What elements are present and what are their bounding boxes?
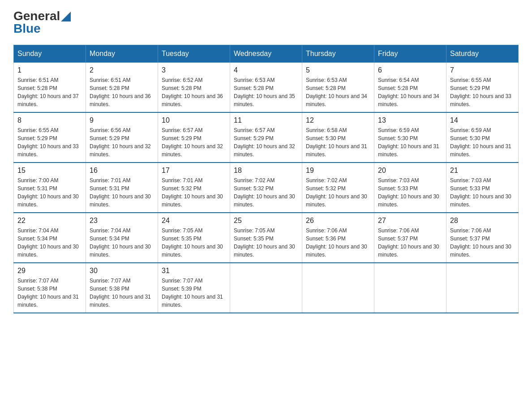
- day-cell-20: 20 Sunrise: 7:03 AM Sunset: 5:33 PM Dayl…: [374, 163, 446, 213]
- day-info: Sunrise: 6:55 AM Sunset: 5:29 PM Dayligh…: [450, 76, 515, 108]
- sunset-label: Sunset: 5:28 PM: [234, 85, 274, 91]
- day-number: 31: [162, 267, 226, 275]
- day-info: Sunrise: 7:07 AM Sunset: 5:38 PM Dayligh…: [17, 277, 82, 309]
- daylight-label: Daylight: 10 hours and 32 minutes.: [162, 143, 223, 158]
- day-cell-14: 14 Sunrise: 6:59 AM Sunset: 5:30 PM Dayl…: [446, 112, 519, 163]
- sunrise-label: Sunrise: 7:04 AM: [90, 227, 130, 234]
- sunrise-label: Sunrise: 7:00 AM: [17, 177, 58, 184]
- sunrise-label: Sunrise: 7:06 AM: [306, 227, 347, 234]
- weekday-header-saturday: Saturday: [446, 45, 519, 63]
- sunrise-label: Sunrise: 7:01 AM: [162, 177, 202, 184]
- sunset-label: Sunset: 5:38 PM: [17, 286, 57, 292]
- day-cell-26: 26 Sunrise: 7:06 AM Sunset: 5:36 PM Dayl…: [302, 213, 374, 263]
- sunset-label: Sunset: 5:31 PM: [17, 185, 57, 192]
- day-number: 28: [450, 217, 515, 225]
- daylight-label: Daylight: 10 hours and 31 minutes.: [162, 294, 223, 308]
- logo-blue-text: Blue: [13, 21, 41, 36]
- day-cell-18: 18 Sunrise: 7:02 AM Sunset: 5:32 PM Dayl…: [230, 163, 302, 213]
- sunset-label: Sunset: 5:28 PM: [162, 85, 202, 91]
- empty-cell: [302, 263, 374, 313]
- sunrise-label: Sunrise: 6:52 AM: [162, 77, 202, 83]
- sunrise-label: Sunrise: 6:57 AM: [162, 127, 202, 133]
- sunrise-label: Sunrise: 6:59 AM: [450, 127, 491, 133]
- sunrise-label: Sunrise: 7:04 AM: [17, 227, 58, 234]
- day-cell-27: 27 Sunrise: 7:06 AM Sunset: 5:37 PM Dayl…: [374, 213, 446, 263]
- sunset-label: Sunset: 5:33 PM: [450, 185, 490, 192]
- day-cell-1: 1 Sunrise: 6:51 AM Sunset: 5:28 PM Dayli…: [14, 63, 86, 113]
- day-info: Sunrise: 7:06 AM Sunset: 5:36 PM Dayligh…: [306, 227, 370, 259]
- daylight-label: Daylight: 10 hours and 30 minutes.: [17, 193, 79, 208]
- logo: General Blue: [13, 9, 71, 36]
- day-info: Sunrise: 6:57 AM Sunset: 5:29 PM Dayligh…: [234, 126, 298, 158]
- day-info: Sunrise: 6:59 AM Sunset: 5:30 PM Dayligh…: [450, 126, 515, 158]
- day-cell-22: 22 Sunrise: 7:04 AM Sunset: 5:34 PM Dayl…: [14, 213, 86, 263]
- sunset-label: Sunset: 5:34 PM: [17, 235, 57, 242]
- day-number: 22: [17, 217, 82, 225]
- sunset-label: Sunset: 5:32 PM: [306, 185, 346, 192]
- empty-cell: [446, 263, 519, 313]
- daylight-label: Daylight: 10 hours and 32 minutes.: [234, 143, 295, 158]
- day-number: 26: [306, 217, 370, 225]
- day-info: Sunrise: 7:04 AM Sunset: 5:34 PM Dayligh…: [17, 227, 82, 259]
- daylight-label: Daylight: 10 hours and 30 minutes.: [90, 193, 151, 208]
- day-cell-8: 8 Sunrise: 6:55 AM Sunset: 5:29 PM Dayli…: [14, 112, 86, 163]
- sunrise-label: Sunrise: 6:58 AM: [306, 127, 347, 133]
- sunrise-label: Sunrise: 7:05 AM: [234, 227, 275, 234]
- day-info: Sunrise: 7:02 AM Sunset: 5:32 PM Dayligh…: [306, 176, 370, 209]
- sunset-label: Sunset: 5:31 PM: [90, 185, 129, 192]
- sunset-label: Sunset: 5:30 PM: [450, 135, 490, 141]
- sunrise-label: Sunrise: 6:53 AM: [234, 77, 275, 83]
- day-cell-30: 30 Sunrise: 7:07 AM Sunset: 5:38 PM Dayl…: [86, 263, 158, 313]
- sunrise-label: Sunrise: 6:59 AM: [378, 127, 419, 133]
- sunrise-label: Sunrise: 6:57 AM: [234, 127, 275, 133]
- day-cell-3: 3 Sunrise: 6:52 AM Sunset: 5:28 PM Dayli…: [158, 63, 230, 113]
- sunset-label: Sunset: 5:29 PM: [162, 135, 202, 141]
- daylight-label: Daylight: 10 hours and 30 minutes.: [17, 244, 79, 258]
- day-cell-2: 2 Sunrise: 6:51 AM Sunset: 5:28 PM Dayli…: [86, 63, 158, 113]
- sunrise-label: Sunrise: 7:02 AM: [306, 177, 347, 184]
- daylight-label: Daylight: 10 hours and 30 minutes.: [450, 193, 511, 208]
- sunset-label: Sunset: 5:28 PM: [90, 85, 129, 91]
- weekday-header-tuesday: Tuesday: [158, 45, 230, 63]
- daylight-label: Daylight: 10 hours and 36 minutes.: [162, 93, 223, 107]
- daylight-label: Daylight: 10 hours and 30 minutes.: [378, 244, 439, 258]
- day-cell-9: 9 Sunrise: 6:56 AM Sunset: 5:29 PM Dayli…: [86, 112, 158, 163]
- week-row-2: 8 Sunrise: 6:55 AM Sunset: 5:29 PM Dayli…: [14, 112, 519, 163]
- day-cell-15: 15 Sunrise: 7:00 AM Sunset: 5:31 PM Dayl…: [14, 163, 86, 213]
- week-row-3: 15 Sunrise: 7:00 AM Sunset: 5:31 PM Dayl…: [14, 163, 519, 213]
- sunset-label: Sunset: 5:33 PM: [378, 185, 418, 192]
- weekday-header-wednesday: Wednesday: [230, 45, 302, 63]
- day-info: Sunrise: 6:51 AM Sunset: 5:28 PM Dayligh…: [17, 76, 82, 108]
- sunset-label: Sunset: 5:35 PM: [234, 235, 274, 242]
- sunset-label: Sunset: 5:38 PM: [90, 286, 129, 292]
- day-number: 1: [17, 66, 82, 74]
- sunrise-label: Sunrise: 6:51 AM: [17, 77, 58, 83]
- daylight-label: Daylight: 10 hours and 30 minutes.: [162, 193, 223, 208]
- sunset-label: Sunset: 5:37 PM: [378, 235, 418, 242]
- day-cell-4: 4 Sunrise: 6:53 AM Sunset: 5:28 PM Dayli…: [230, 63, 302, 113]
- sunrise-label: Sunrise: 7:03 AM: [378, 177, 419, 184]
- sunrise-label: Sunrise: 7:03 AM: [450, 177, 491, 184]
- day-number: 25: [234, 217, 298, 225]
- week-row-4: 22 Sunrise: 7:04 AM Sunset: 5:34 PM Dayl…: [14, 213, 519, 263]
- daylight-label: Daylight: 10 hours and 31 minutes.: [306, 143, 367, 158]
- empty-cell: [374, 263, 446, 313]
- day-info: Sunrise: 6:52 AM Sunset: 5:28 PM Dayligh…: [162, 76, 226, 108]
- weekday-header-row: SundayMondayTuesdayWednesdayThursdayFrid…: [14, 45, 519, 63]
- day-number: 14: [450, 116, 515, 124]
- sunset-label: Sunset: 5:32 PM: [162, 185, 202, 192]
- day-cell-12: 12 Sunrise: 6:58 AM Sunset: 5:30 PM Dayl…: [302, 112, 374, 163]
- day-cell-25: 25 Sunrise: 7:05 AM Sunset: 5:35 PM Dayl…: [230, 213, 302, 263]
- day-number: 3: [162, 66, 226, 74]
- day-cell-7: 7 Sunrise: 6:55 AM Sunset: 5:29 PM Dayli…: [446, 63, 519, 113]
- day-number: 7: [450, 66, 515, 74]
- sunset-label: Sunset: 5:29 PM: [450, 85, 490, 91]
- sunset-label: Sunset: 5:30 PM: [378, 135, 418, 141]
- empty-cell: [230, 263, 302, 313]
- day-cell-13: 13 Sunrise: 6:59 AM Sunset: 5:30 PM Dayl…: [374, 112, 446, 163]
- day-info: Sunrise: 7:06 AM Sunset: 5:37 PM Dayligh…: [378, 227, 442, 259]
- sunrise-label: Sunrise: 6:55 AM: [17, 127, 58, 133]
- day-cell-5: 5 Sunrise: 6:53 AM Sunset: 5:28 PM Dayli…: [302, 63, 374, 113]
- day-info: Sunrise: 7:04 AM Sunset: 5:34 PM Dayligh…: [90, 227, 154, 259]
- daylight-label: Daylight: 10 hours and 30 minutes.: [306, 244, 367, 258]
